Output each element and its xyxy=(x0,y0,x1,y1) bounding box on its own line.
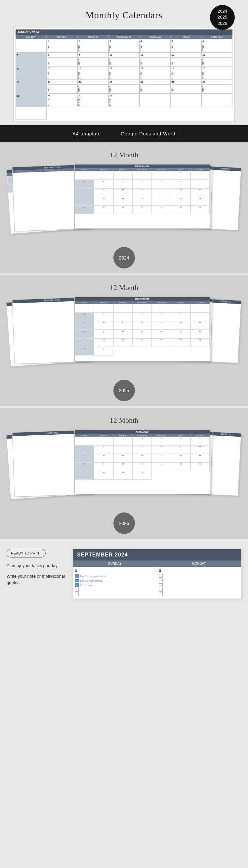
cal-cell xyxy=(15,39,47,53)
cal-cell-empty xyxy=(201,93,233,107)
sept-task-row-empty xyxy=(159,588,239,592)
sept-title: SEPTEMBER 2024 xyxy=(73,549,241,560)
sept-task-row-empty xyxy=(159,593,239,596)
sept-task-checkbox-1: ✓ xyxy=(75,574,79,578)
cal-cell: 6 xyxy=(201,39,233,53)
cal-cell: 27 xyxy=(201,80,233,93)
cal-day-sat: SATURDAY xyxy=(201,35,233,39)
sept-empty-checkbox xyxy=(159,588,163,592)
sept-date-1: 1 ✓ Doctor's appointment ✓ Dinner with f… xyxy=(73,567,157,598)
sept-empty-checkbox xyxy=(159,593,163,596)
cal-cell: 13 xyxy=(201,53,233,66)
sept-task-checkbox-3: ✓ xyxy=(75,583,79,587)
cal-day-wed: WEDNESDAY xyxy=(108,35,140,39)
sept-empty-checkbox xyxy=(75,588,79,592)
cal-cell: 23 xyxy=(77,80,108,93)
cal-cell-empty xyxy=(140,93,171,107)
sept-date-num-2: 2 xyxy=(159,568,239,573)
section-2026: 12 Month FEBRUARY 2026 MARCH 2026 SATURD… xyxy=(0,408,248,539)
cal-cell: 22 xyxy=(47,80,78,93)
sept-week-row: 1 ✓ Doctor's appointment ✓ Dinner with f… xyxy=(73,567,241,599)
sept-day-monday: MONDAY xyxy=(157,560,241,567)
cal-cell: 17 xyxy=(108,66,140,80)
section-2024-title: 12 Month xyxy=(5,151,243,159)
cal-cell-empty xyxy=(171,93,202,107)
section-2025: 12 Month JANUARY 2025 FEBRUARY 2025 SATU… xyxy=(0,275,248,406)
sept-task-text-1: Doctor's appointment xyxy=(80,575,106,578)
year-circle-label: 2024 xyxy=(119,255,129,260)
sept-task-row-empty xyxy=(75,588,155,592)
year-2026: 2026 xyxy=(218,21,227,27)
cal-cell: 4 xyxy=(140,39,171,53)
year-2025: 2025 xyxy=(218,14,227,20)
cal-cell-shaded: 14 xyxy=(15,66,47,80)
sept-empty-checkbox xyxy=(75,593,79,596)
sept-task-checkbox-2: ✓ xyxy=(75,579,79,582)
bottom-text-1: Plan up your tasks per day xyxy=(7,562,66,569)
cal-cell: 16 xyxy=(77,66,108,80)
cal-cell: 3 xyxy=(108,39,140,53)
sept-day-sunday: SUNDAY xyxy=(73,560,157,567)
cal-cell: 8 xyxy=(47,53,78,66)
cal-day-tue: TUESDAY xyxy=(77,35,108,39)
cal-cell: 25 xyxy=(140,80,171,93)
main-title: Monthly Calendars xyxy=(7,10,241,21)
september-calendar: SEPTEMBER 2024 SUNDAY MONDAY 1 ✓ Doctor'… xyxy=(73,549,241,599)
main-cal-2024: MARCH 2024 SUNDAY MONDAY TUESDAY WEDNESD… xyxy=(74,164,210,229)
template-label: A4 template xyxy=(73,131,101,136)
cal-cell: 29 xyxy=(47,93,78,107)
bottom-section: READY TO PRINT Plan up your tasks per da… xyxy=(0,539,248,609)
section-2024: 12 Month JANUARY 2024 S M T W T F S 1 2 … xyxy=(0,142,248,274)
cal-cell-empty xyxy=(15,107,47,120)
page-header: Monthly Calendars 2024 2025 2026 xyxy=(0,0,248,27)
cal-cell-shaded: 7 xyxy=(15,53,47,66)
year-circle-2024: 2024 xyxy=(113,247,135,269)
cal-cell: 9 xyxy=(77,53,108,66)
cal-cell: 12 xyxy=(171,53,202,66)
january-calendar-preview: JANUARY 2024 SUNDAY MONDAY TUESDAY WEDNE… xyxy=(7,27,241,122)
cal-cell-shaded: 28 xyxy=(15,93,47,107)
sept-task-row-empty xyxy=(75,593,155,596)
cal-cell: 26 xyxy=(171,80,202,93)
section-2025-title: 12 Month xyxy=(5,283,243,292)
cal-cell: 1 xyxy=(47,39,78,53)
cal-day-sun: SUNDAY xyxy=(15,35,47,39)
sept-date-num-1: 1 xyxy=(75,568,155,573)
sept-task-row-empty xyxy=(159,583,239,587)
year-badge: 2024 2025 2026 xyxy=(210,5,235,30)
year-circle-label: 2026 xyxy=(119,521,129,526)
main-cal-2025: MARCH 2025 SUNDAY MONDAY TUESDAY WEDNESD… xyxy=(74,297,210,362)
cal-day-fri: FRIDAY xyxy=(171,35,202,39)
sept-task-row-empty xyxy=(159,574,239,578)
sept-task-row: ✓ Call mom xyxy=(75,583,155,587)
cal-month-title: JANUARY 2024 xyxy=(15,29,233,35)
sept-empty-checkbox xyxy=(159,574,163,578)
cal-cell: 15 xyxy=(47,66,78,80)
cal-day-mon: MONDAY xyxy=(47,35,78,39)
sept-empty-checkbox xyxy=(159,579,163,582)
cal-cell: 5 xyxy=(171,39,202,53)
cal-cell: 10 xyxy=(108,53,140,66)
cal-cell: 19 xyxy=(171,66,202,80)
sept-task-row: ✓ Doctor's appointment xyxy=(75,574,155,578)
cal-cell: 31 xyxy=(108,93,140,107)
year-2024: 2024 xyxy=(218,8,227,14)
cal-cell: 18 xyxy=(140,66,171,80)
ready-badge: READY TO PRINT xyxy=(7,549,46,557)
cal-cell: 11 xyxy=(140,53,171,66)
info-banner: A4 template Google Docs and Word xyxy=(0,125,248,142)
cal-cell-shaded: 21 xyxy=(15,80,47,93)
section-2026-title: 12 Month xyxy=(5,416,243,425)
year-circle-label: 2025 xyxy=(119,388,129,393)
cal-cell: 2 xyxy=(77,39,108,53)
main-cal-2026: APRIL 2026 SUNDAY MONDAY TUESDAY WEDNESD… xyxy=(74,430,210,494)
cal-cell: 24 xyxy=(108,80,140,93)
sept-task-text-2: Dinner with friends xyxy=(80,579,104,582)
year-circle-2025: 2025 xyxy=(113,380,135,401)
app-label: Google Docs and Word xyxy=(121,131,175,136)
cal-day-thu: THURSDAY xyxy=(140,35,171,39)
cal-cell: 30 xyxy=(77,93,108,107)
bottom-left-panel: READY TO PRINT Plan up your tasks per da… xyxy=(7,549,66,590)
sept-empty-checkbox xyxy=(159,583,163,587)
year-circle-2026: 2026 xyxy=(113,513,135,534)
